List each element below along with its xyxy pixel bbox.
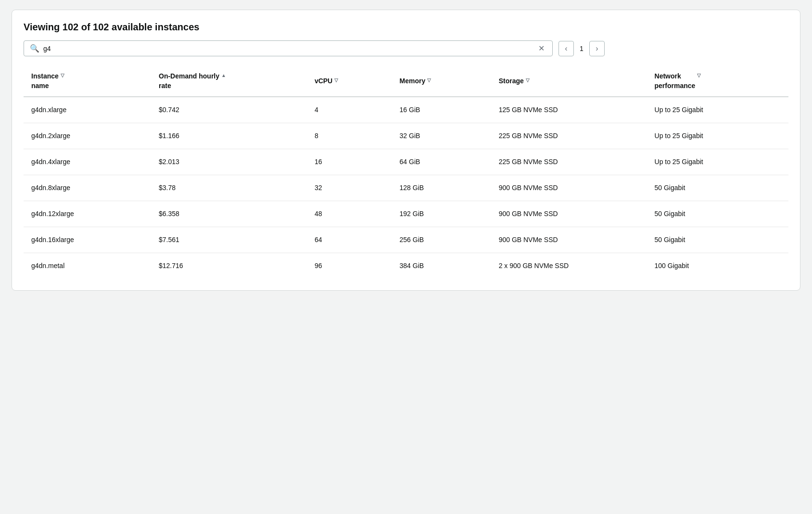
clear-search-button[interactable]: ✕	[536, 44, 546, 53]
cell-rate: $3.78	[151, 175, 307, 201]
cell-storage: 900 GB NVMe SSD	[491, 175, 647, 201]
sort-down-icon-memory: ▽	[427, 77, 431, 83]
table-row: g4dn.8xlarge$3.7832128 GiB900 GB NVMe SS…	[24, 175, 788, 201]
cell-instance_name: g4dn.16xlarge	[24, 227, 151, 253]
search-input[interactable]	[43, 45, 536, 52]
table-row: g4dn.12xlarge$6.35848192 GiB900 GB NVMe …	[24, 201, 788, 227]
current-page: 1	[576, 45, 587, 52]
cell-vcpu: 32	[307, 175, 392, 201]
cell-rate: $2.013	[151, 149, 307, 175]
cell-storage: 125 GB NVMe SSD	[491, 97, 647, 123]
cell-memory: 128 GiB	[392, 175, 491, 201]
col-header-rate[interactable]: On-Demand hourlyrate ▲	[151, 66, 307, 97]
prev-page-button[interactable]: ‹	[558, 41, 574, 56]
cell-network: Up to 25 Gigabit	[647, 97, 788, 123]
cell-network: 50 Gigabit	[647, 201, 788, 227]
table-row: g4dn.16xlarge$7.56164256 GiB900 GB NVMe …	[24, 227, 788, 253]
cell-memory: 192 GiB	[392, 201, 491, 227]
cell-instance_name: g4dn.metal	[24, 253, 151, 279]
cell-storage: 225 GB NVMe SSD	[491, 149, 647, 175]
cell-rate: $0.742	[151, 97, 307, 123]
cell-vcpu: 4	[307, 97, 392, 123]
cell-instance_name: g4dn.8xlarge	[24, 175, 151, 201]
col-header-instance-name[interactable]: Instancename ▽	[24, 66, 151, 97]
cell-instance_name: g4dn.2xlarge	[24, 123, 151, 149]
table-row: g4dn.2xlarge$1.166832 GiB225 GB NVMe SSD…	[24, 123, 788, 149]
cell-vcpu: 8	[307, 123, 392, 149]
chevron-right-icon: ›	[596, 44, 598, 53]
cell-memory: 64 GiB	[392, 149, 491, 175]
table-row: g4dn.4xlarge$2.0131664 GiB225 GB NVMe SS…	[24, 149, 788, 175]
cell-storage: 2 x 900 GB NVMe SSD	[491, 253, 647, 279]
table-row: g4dn.xlarge$0.742416 GiB125 GB NVMe SSDU…	[24, 97, 788, 123]
cell-rate: $1.166	[151, 123, 307, 149]
sort-down-icon-vcpu: ▽	[334, 77, 338, 83]
sort-down-icon-storage: ▽	[526, 77, 530, 83]
cell-vcpu: 96	[307, 253, 392, 279]
cell-instance_name: g4dn.4xlarge	[24, 149, 151, 175]
cell-memory: 32 GiB	[392, 123, 491, 149]
cell-rate: $12.716	[151, 253, 307, 279]
sort-down-icon: ▽	[61, 73, 64, 78]
search-box: 🔍 ✕	[24, 40, 553, 56]
cell-instance_name: g4dn.xlarge	[24, 97, 151, 123]
chevron-left-icon: ‹	[565, 44, 567, 53]
cell-rate: $7.561	[151, 227, 307, 253]
cell-storage: 900 GB NVMe SSD	[491, 227, 647, 253]
cell-network: Up to 25 Gigabit	[647, 149, 788, 175]
cell-network: 50 Gigabit	[647, 175, 788, 201]
col-header-vcpu[interactable]: vCPU ▽	[307, 66, 392, 97]
col-header-storage[interactable]: Storage ▽	[491, 66, 647, 97]
instances-table: Instancename ▽ On-Demand hourlyrate ▲ vC…	[24, 66, 788, 279]
cell-instance_name: g4dn.12xlarge	[24, 201, 151, 227]
cell-vcpu: 48	[307, 201, 392, 227]
cell-memory: 256 GiB	[392, 227, 491, 253]
cell-network: 100 Gigabit	[647, 253, 788, 279]
sort-up-icon: ▲	[221, 73, 226, 78]
cell-network: Up to 25 Gigabit	[647, 123, 788, 149]
pagination: ‹ 1 ›	[558, 41, 605, 56]
cell-vcpu: 16	[307, 149, 392, 175]
cell-memory: 384 GiB	[392, 253, 491, 279]
cell-memory: 16 GiB	[392, 97, 491, 123]
col-header-memory[interactable]: Memory ▽	[392, 66, 491, 97]
sort-down-icon-network: ▽	[697, 73, 701, 78]
table-body: g4dn.xlarge$0.742416 GiB125 GB NVMe SSDU…	[24, 97, 788, 279]
search-row: 🔍 ✕ ‹ 1 ›	[24, 40, 788, 56]
cell-storage: 900 GB NVMe SSD	[491, 201, 647, 227]
cell-vcpu: 64	[307, 227, 392, 253]
header-row: Instancename ▽ On-Demand hourlyrate ▲ vC…	[24, 66, 788, 97]
table-header: Instancename ▽ On-Demand hourlyrate ▲ vC…	[24, 66, 788, 97]
cell-network: 50 Gigabit	[647, 227, 788, 253]
search-icon: 🔍	[30, 44, 39, 53]
cell-rate: $6.358	[151, 201, 307, 227]
next-page-button[interactable]: ›	[589, 41, 605, 56]
table-row: g4dn.metal$12.71696384 GiB2 x 900 GB NVM…	[24, 253, 788, 279]
page-title: Viewing 102 of 102 available instances	[24, 22, 788, 33]
col-header-network[interactable]: Networkperformance ▽	[647, 66, 788, 97]
main-container: Viewing 102 of 102 available instances 🔍…	[12, 10, 800, 291]
cell-storage: 225 GB NVMe SSD	[491, 123, 647, 149]
